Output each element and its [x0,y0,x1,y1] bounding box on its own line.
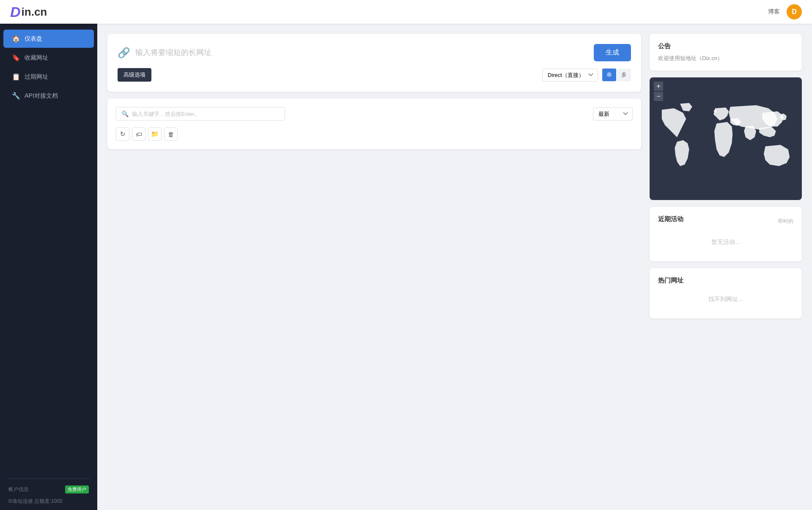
map-zoom-out-button[interactable]: − [654,92,663,101]
sidebar-item-expired[interactable]: 📋 过期网址 [3,68,94,86]
sidebar-item-dashboard[interactable]: 🏠 仪表盘 [3,30,94,48]
tag-button[interactable]: 🏷 [132,127,145,141]
header-blog-link[interactable]: 博客 [768,8,780,16]
world-map: + − [650,77,802,200]
activity-title: 近期活动 [658,215,683,223]
link-icon: 🔗 [118,47,130,59]
folder-button[interactable]: 📁 [148,127,162,141]
main-content: 🔗 生成 高级选项 Direct（直接） Frame（框架） 302临时跳转 单 [97,24,812,510]
refresh-button[interactable]: ↻ [116,127,129,141]
avatar-button[interactable]: D [787,4,802,19]
account-label: 帐户信息 [8,486,29,493]
logo-d: D [10,4,21,20]
sidebar-account-section: 帐户信息 免费用户 [0,482,97,495]
hot-urls-empty: 找不到网址... [658,289,793,310]
announcement-title: 公告 [658,42,793,50]
delete-button[interactable]: 🗑 [164,127,178,141]
sidebar-divider [7,478,91,479]
sidebar-label-expired: 过期网址 [25,73,48,81]
view-single-button[interactable]: 单 [602,69,616,81]
generate-button[interactable]: 生成 [594,44,631,61]
view-toggle: 单 多 [602,69,631,81]
url-options-row: 高级选项 Direct（直接） Frame（框架） 302临时跳转 单 多 [118,68,631,82]
header-right: 博客 D [768,4,802,19]
url-input-row: 🔗 生成 [118,44,631,61]
right-panel: 公告 欢迎使用短地址（Diz.cn） + − [650,34,802,318]
list-toolbar: 🔍 最新 最旧 最多点击 [116,107,633,121]
free-badge: 免费用户 [65,485,89,494]
world-map-svg [650,77,802,200]
sidebar-label-dashboard: 仪表盘 [25,35,42,43]
action-icons-bar: ↻ 🏷 📁 🗑 [116,127,633,141]
map-zoom-in-button[interactable]: + [654,82,663,91]
sidebar-item-api[interactable]: 🔧 API对接文档 [3,87,94,105]
announcement-card: 公告 欢迎使用短地址（Diz.cn） [650,34,802,71]
bookmark-icon: 🔖 [12,54,20,62]
logo-text: in.cn [22,5,47,19]
sidebar-stats: 0/条短连接 总额度:1000 [0,495,97,510]
app-header: D in.cn 博客 D [0,0,812,24]
hot-urls-card: 热门网址 找不到网址... [650,268,802,318]
expired-icon: 📋 [12,73,20,81]
map-controls: + − [654,82,663,101]
sidebar-item-bookmarks[interactable]: 🔖 收藏网址 [3,49,94,67]
activity-card: 近期活动 即时的 暂无活动... [650,207,802,261]
redirect-type-select[interactable]: Direct（直接） Frame（框架） 302临时跳转 [542,69,598,82]
sidebar-label-api: API对接文档 [25,92,58,100]
logo-link[interactable]: D in.cn [10,4,47,20]
api-icon: 🔧 [12,92,20,100]
folder-icon: 📁 [151,130,159,138]
sidebar-nav: 🏠 仪表盘 🔖 收藏网址 📋 过期网址 🔧 API对接文档 [0,29,97,475]
url-input-card: 🔗 生成 高级选项 Direct（直接） Frame（框架） 302临时跳转 单 [107,34,641,92]
delete-icon: 🗑 [168,131,174,138]
refresh-icon: ↻ [120,130,126,138]
announcement-content: 欢迎使用短地址（Diz.cn） [658,55,793,62]
url-input[interactable] [135,48,589,57]
center-panel: 🔗 生成 高级选项 Direct（直接） Frame（框架） 302临时跳转 单 [107,34,641,149]
search-input[interactable] [132,111,280,117]
search-box: 🔍 [116,107,285,121]
hot-urls-title: 热门网址 [658,277,793,285]
activity-time-label: 即时的 [778,218,793,225]
activity-header: 近期活动 即时的 [658,215,793,228]
advanced-options-button[interactable]: 高级选项 [118,68,151,82]
link-list-card: 🔍 最新 最旧 最多点击 ↻ 🏷 [107,99,641,149]
main-layout: 🏠 仪表盘 🔖 收藏网址 📋 过期网址 🔧 API对接文档 帐户信息 免费用户 [0,24,812,510]
right-options: Direct（直接） Frame（框架） 302临时跳转 单 多 [542,69,631,82]
sidebar-label-bookmarks: 收藏网址 [25,54,48,62]
view-multi-button[interactable]: 多 [617,69,631,81]
search-icon: 🔍 [121,110,129,117]
activity-empty: 暂无活动... [658,232,793,253]
tag-icon: 🏷 [136,131,142,138]
sort-select[interactable]: 最新 最旧 最多点击 [593,107,633,121]
home-icon: 🏠 [12,35,20,43]
sidebar: 🏠 仪表盘 🔖 收藏网址 📋 过期网址 🔧 API对接文档 帐户信息 免费用户 [0,24,97,510]
